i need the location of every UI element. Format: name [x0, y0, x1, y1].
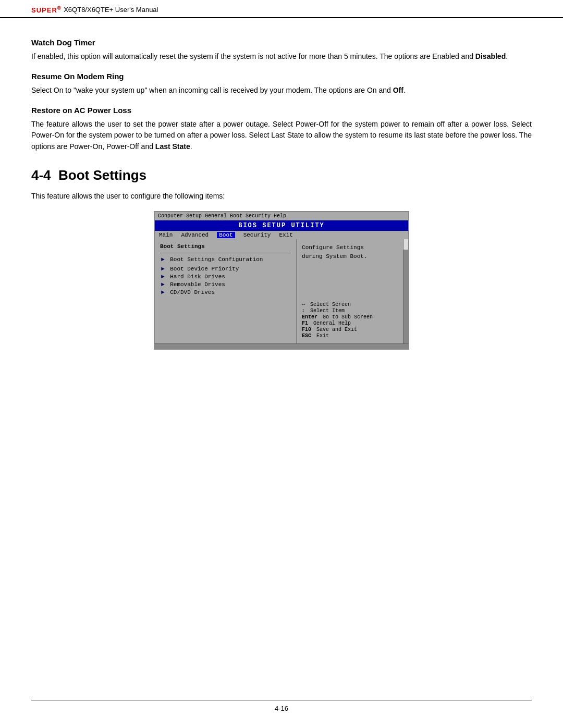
bios-help-text: Configure Settingsduring System Boot.: [302, 243, 403, 261]
bios-scrollbar-thumb: [403, 239, 408, 250]
acpower-body: The feature allows the user to set the p…: [31, 119, 532, 153]
arrow-icon: ►: [161, 256, 165, 263]
bios-entry-removable[interactable]: ► Removable Drives: [160, 281, 291, 288]
bios-divider: [160, 253, 291, 253]
key-arrows: ↔: [302, 302, 305, 307]
logo-text: SUPER: [31, 6, 57, 14]
chapter-intro: This feature allows the user to configur…: [31, 191, 532, 202]
watchdog-body: If enabled, this option will automatical…: [31, 51, 532, 63]
bios-menu-security[interactable]: Security: [243, 232, 271, 238]
key-row-select-item: ↕ Select Item: [302, 308, 403, 314]
arrow-icon-2: ►: [161, 266, 165, 272]
page-container: SUPER® X6QT8/X6QTE+ User's Manual Watch …: [0, 0, 563, 728]
key-row-select-screen: ↔ Select Screen: [302, 302, 403, 307]
content-area: Watch Dog Timer If enabled, this option …: [0, 18, 563, 380]
watchdog-bold: Disabled: [475, 52, 506, 60]
acpower-bold: Last State: [155, 142, 190, 151]
section-heading-acpower: Restore on AC Power Loss: [31, 106, 532, 115]
bios-menu-main[interactable]: Main: [159, 232, 173, 238]
bios-menu-boot[interactable]: Boot: [217, 232, 235, 238]
bios-left-title: Boot Settings: [160, 243, 291, 250]
key-f10: F10: [302, 327, 311, 332]
bios-top-bar-text: Conputer Setup General Boot Security Hel…: [158, 213, 286, 219]
key-desc-esc: Exit: [316, 333, 329, 339]
key-row-f1: F1 General Help: [302, 320, 403, 326]
key-desc-enter: Go to Sub Screen: [323, 314, 373, 320]
reg-symbol: ®: [57, 5, 62, 11]
key-row-f10: F10 Save and Exit: [302, 327, 403, 332]
bios-scrollbar[interactable]: [403, 239, 408, 343]
bios-entry-config[interactable]: ► Boot Settings Configuration: [160, 256, 291, 263]
page-footer: 4-16: [31, 700, 532, 712]
chapter-heading: 4-4 Boot Settings: [31, 167, 532, 183]
bios-body: Boot Settings ► Boot Settings Configurat…: [155, 239, 408, 343]
bios-top-bar: Conputer Setup General Boot Security Hel…: [155, 212, 408, 220]
bios-entry-boot-device[interactable]: ► Boot Device Priority: [160, 266, 291, 272]
bios-title-text: BIOS SETUP UTILITY: [238, 222, 325, 229]
bios-bottom-scroll: [155, 343, 408, 349]
key-esc: ESC: [302, 333, 311, 339]
key-f4: ↕: [302, 308, 305, 314]
company-logo: SUPER®: [31, 5, 62, 14]
bios-entry-cddvd[interactable]: ► CD/DVD Drives: [160, 289, 291, 295]
key-row-enter: Enter Go to Sub Screen: [302, 314, 403, 320]
chapter-title: Boot Settings: [58, 167, 146, 183]
page-header: SUPER® X6QT8/X6QTE+ User's Manual: [0, 0, 563, 18]
bios-right-panel: Configure Settingsduring System Boot. ↔ …: [297, 239, 408, 343]
manual-title: X6QT8/X6QTE+ User's Manual: [64, 6, 158, 14]
bios-menu-advanced[interactable]: Advanced: [181, 232, 209, 238]
bios-key-help: ↔ Select Screen ↕ Select Item Enter Go t…: [302, 286, 403, 339]
arrow-icon-3: ►: [161, 274, 165, 280]
arrow-icon-4: ►: [161, 281, 165, 288]
modem-bold: Off: [393, 86, 403, 94]
bios-title-bar: BIOS SETUP UTILITY: [155, 220, 408, 231]
bios-menu-exit[interactable]: Exit: [279, 232, 292, 238]
key-f1: F1: [302, 320, 308, 326]
modem-body: Select On to "wake your system up" when …: [31, 85, 532, 96]
bios-menu-bar: Main Advanced Boot Security Exit: [155, 231, 408, 239]
section-heading-modem: Resume On Modem Ring: [31, 72, 532, 81]
arrow-icon-5: ►: [161, 289, 165, 295]
key-desc-f10: Save and Exit: [316, 327, 357, 332]
key-enter: Enter: [302, 314, 317, 320]
chapter-number: 4-4: [31, 167, 51, 183]
key-desc-select-screen: Select Screen: [310, 302, 351, 307]
page-number: 4-16: [275, 705, 288, 712]
section-heading-watchdog: Watch Dog Timer: [31, 38, 532, 47]
bios-screenshot: Conputer Setup General Boot Security Hel…: [154, 211, 409, 350]
bios-left-panel: Boot Settings ► Boot Settings Configurat…: [155, 239, 297, 343]
key-row-esc: ESC Exit: [302, 333, 403, 339]
key-desc-f1: General Help: [313, 320, 351, 326]
bios-entry-hdd[interactable]: ► Hard Disk Drives: [160, 274, 291, 280]
key-desc-select-item: Select Item: [310, 308, 345, 314]
